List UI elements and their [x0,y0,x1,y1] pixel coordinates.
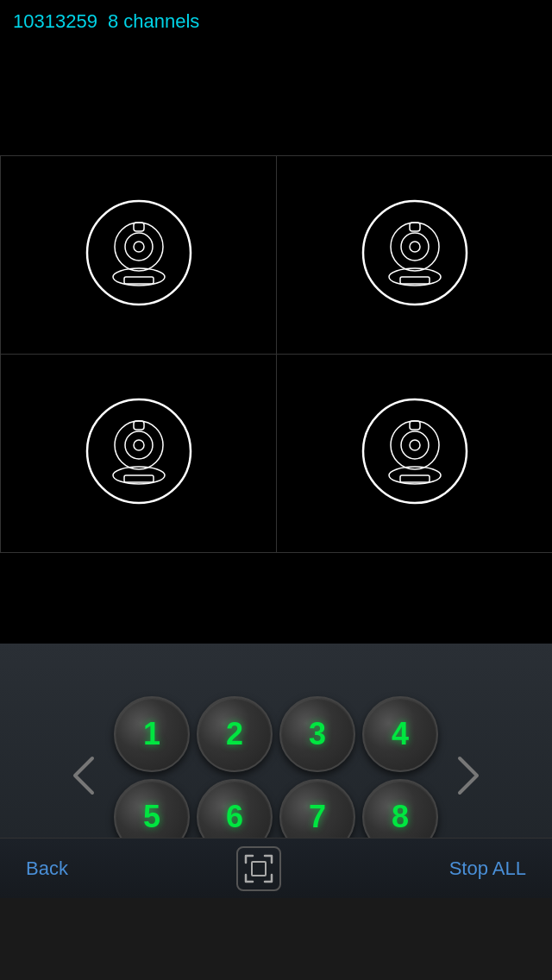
svg-point-14 [87,399,191,503]
camera-cell-2[interactable] [277,156,552,355]
svg-point-3 [115,223,163,271]
svg-point-0 [87,201,191,305]
camera-cell-1[interactable] [1,156,277,355]
webcam-icon-4 [350,389,480,518]
camera-grid [0,155,552,553]
channel-number-grid: 1 2 3 4 5 6 7 8 [114,696,438,855]
webcam-icon-2 [350,191,480,320]
controls-panel: 1 2 3 4 5 6 7 8 Back [0,644,552,898]
svg-rect-23 [400,475,430,482]
svg-point-12 [410,242,420,252]
camera-cell-3[interactable] [1,355,277,553]
channel-button-1[interactable]: 1 [114,696,190,772]
channel-button-2[interactable]: 2 [197,696,273,772]
svg-point-5 [134,242,144,252]
svg-point-17 [115,421,163,469]
next-arrow-button[interactable] [447,732,490,819]
svg-rect-13 [410,223,420,231]
svg-point-24 [391,421,439,469]
svg-rect-20 [134,421,144,430]
stop-all-button[interactable]: Stop ALL [449,858,526,880]
fullscreen-button[interactable] [236,846,281,891]
svg-rect-28 [252,862,266,876]
webcam-icon-3 [74,389,204,518]
top-spacer [0,43,552,155]
device-id: 10313259 [13,10,97,33]
channel-button-4[interactable]: 4 [362,696,438,772]
bottom-toolbar: Back Stop ALL [0,838,552,898]
camera-cell-4[interactable] [277,355,552,553]
bottom-spacer [0,553,552,644]
svg-point-25 [401,431,429,459]
fullscreen-icon [242,852,275,885]
svg-rect-6 [134,223,144,231]
svg-point-19 [134,440,144,450]
svg-point-18 [125,431,153,459]
svg-rect-9 [400,277,430,284]
svg-point-26 [410,440,420,450]
svg-rect-27 [410,421,420,430]
back-button[interactable]: Back [26,858,68,880]
svg-point-4 [125,233,153,261]
svg-rect-16 [124,475,154,482]
header: 10313259 8 channels [0,0,552,43]
channels-count: 8 channels [108,10,199,33]
svg-point-7 [363,201,467,305]
channel-button-3[interactable]: 3 [279,696,355,772]
svg-point-21 [363,399,467,503]
svg-point-10 [391,223,439,271]
svg-rect-2 [124,277,154,284]
channel-buttons-row: 1 2 3 4 5 6 7 8 [0,696,552,855]
svg-point-11 [401,233,429,261]
prev-arrow-button[interactable] [62,732,105,819]
webcam-icon-1 [74,191,204,320]
